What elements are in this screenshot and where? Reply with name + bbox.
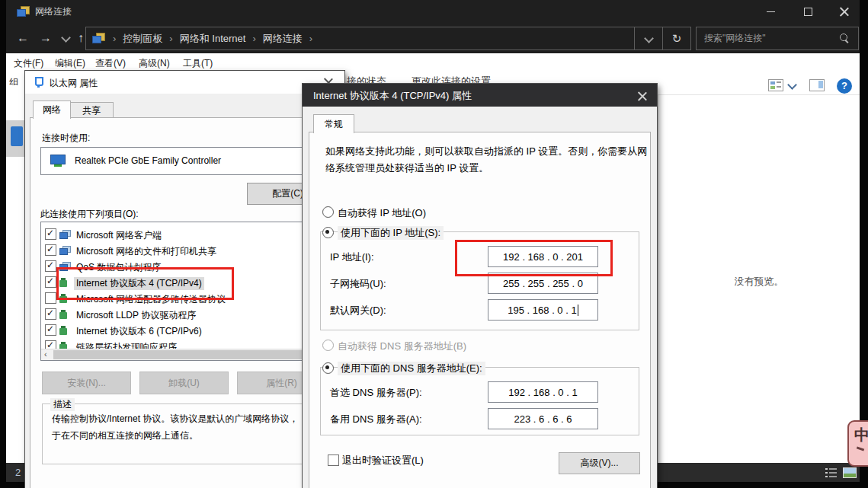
list-item[interactable]: Microsoft 网络的文件和打印机共享: [41, 243, 332, 259]
ime-language-label: 中: [854, 425, 868, 445]
ethernet-properties-dialog: 以太网 属性 网络 共享 连接时使用: Realtek PCIe GbE Fam…: [25, 71, 344, 488]
dialog-titlebar: 以太网 属性: [25, 71, 344, 94]
dialog-title: Internet 协议版本 4 (TCP/IPv4) 属性: [313, 89, 472, 103]
commandbar-change-settings-fragment[interactable]: 更改此连接的设置: [412, 75, 491, 84]
intro-line1: 如果网络支持此功能，则可以获取自动指派的 IP 设置。否则，你需要从网: [325, 145, 647, 158]
protocol-icon: [59, 328, 67, 335]
checkbox-icon[interactable]: [45, 260, 56, 272]
breadcrumb-separator-icon: [306, 33, 316, 44]
auto-dns-label: 自动获得 DNS 服务器地址(B): [338, 340, 466, 353]
tab-sharing[interactable]: 共享: [69, 102, 114, 119]
back-button[interactable]: ←: [17, 23, 29, 53]
dns-alternate-value: 223 . 6 . 6 . 6: [488, 409, 597, 429]
ime-badge[interactable]: 中: [847, 420, 868, 467]
intro-line2: 络系统管理员处获得适当的 IP 设置。: [325, 161, 488, 175]
chevron-down-icon: [644, 33, 654, 43]
search-input[interactable]: 搜索"网络连接": [696, 27, 859, 50]
search-icon[interactable]: [840, 33, 847, 41]
list-item[interactable]: Internet 协议版本 6 (TCP/IPv6): [41, 323, 332, 339]
subnet-mask-field[interactable]: 255 . 255 . 255 . 0: [488, 273, 598, 294]
preview-pane-icon[interactable]: [809, 79, 825, 91]
manual-ip-radio[interactable]: [322, 227, 334, 238]
auto-ip-radio[interactable]: [322, 206, 334, 218]
client-icon: [59, 230, 71, 239]
network-adapter-icon: [50, 155, 66, 167]
text-caret: [578, 305, 578, 316]
help-icon[interactable]: ?: [837, 78, 852, 94]
list-item[interactable]: QoS 数据包计划程序: [41, 259, 332, 275]
list-item[interactable]: Microsoft 网络适配器多路传送器协议: [41, 291, 332, 307]
thumbnail-view-icon[interactable]: [843, 467, 857, 478]
organize-fragment: 组: [9, 76, 19, 85]
checkbox-icon[interactable]: [45, 292, 56, 304]
manual-ip-label: 使用下面的 IP 地址(S):: [338, 226, 444, 240]
details-view-icon[interactable]: [825, 468, 837, 477]
list-item-label: Microsoft 网络的文件和打印机共享: [76, 245, 216, 258]
description-groupbox: 描述 传输控制协议/Internet 协议。该协议是默认的广域网络协议， 于在不…: [42, 403, 332, 464]
address-dropdown-button[interactable]: [634, 27, 662, 49]
breadcrumb-separator-icon: [165, 33, 176, 44]
maximize-button[interactable]: [793, 2, 823, 21]
list-item[interactable]: Microsoft 网络客户端: [41, 227, 332, 243]
commandbar-divider: [651, 94, 860, 95]
manual-dns-radio[interactable]: [322, 362, 334, 374]
address-location-icon: [92, 33, 104, 43]
tab-network[interactable]: 网络: [33, 100, 71, 119]
checkbox-icon[interactable]: [45, 276, 56, 288]
tab-general[interactable]: 常规: [313, 114, 354, 133]
close-button[interactable]: [829, 2, 860, 21]
connection-icon: [11, 126, 23, 146]
no-preview-text: 没有预览。: [658, 275, 860, 289]
install-button[interactable]: 安装(N)...: [42, 372, 131, 394]
list-item-label: Microsoft LLDP 协议驱动程序: [76, 309, 196, 322]
dns-primary-value: 192 . 168 . 0 . 1: [488, 382, 597, 402]
ime-mark-icon: [857, 446, 864, 451]
dns-alternate-field[interactable]: 223 . 6 . 6 . 6: [488, 408, 598, 429]
checkbox-icon[interactable]: [45, 244, 56, 256]
commandbar-view-status-fragment[interactable]: 接的状态: [347, 75, 386, 84]
auto-dns-radio[interactable]: [322, 340, 334, 351]
recent-locations-chevron-icon[interactable]: [61, 33, 71, 43]
breadcrumb-network-internet[interactable]: 网络和 Internet: [177, 32, 249, 46]
default-gateway-field[interactable]: 195 . 168 . 0 . 1: [488, 299, 598, 321]
refresh-button[interactable]: ↻: [662, 27, 690, 49]
network-connections-icon: [17, 6, 29, 17]
description-line2: 于在不同的相互连接的网络上通信。: [52, 429, 198, 442]
list-item-label: Internet 协议版本 4 (TCP/IPv4): [74, 277, 204, 290]
breadcrumb-network-connections[interactable]: 网络连接: [260, 32, 306, 46]
dns-primary-field[interactable]: 192 . 168 . 0 . 1: [488, 381, 598, 403]
protocol-list[interactable]: Microsoft 网络客户端 Microsoft 网络的文件和打印机共享 Qo…: [40, 222, 333, 361]
view-options-chevron-icon[interactable]: [787, 80, 797, 90]
dialog-close-button[interactable]: [635, 88, 650, 103]
change-view-icon[interactable]: [768, 79, 783, 91]
address-bar[interactable]: 控制面板 网络和 Internet 网络连接 ↻: [85, 27, 691, 50]
titlebar: 网络连接: [6, 0, 860, 23]
scrollbar-thumb[interactable]: [53, 350, 305, 359]
protocol-icon: [59, 296, 67, 303]
list-item[interactable]: Microsoft LLDP 协议驱动程序: [41, 307, 332, 323]
scroll-left-icon[interactable]: ‹: [44, 349, 47, 359]
checkbox-icon[interactable]: [45, 308, 56, 320]
item-count: 2: [15, 467, 21, 478]
uninstall-button[interactable]: 卸载(U): [139, 372, 229, 394]
up-button[interactable]: ↑: [78, 23, 84, 53]
screen: 网络连接 ← → ↑ 控制面板 网络和 Internet 网络连接: [0, 0, 868, 488]
maximize-icon: [804, 8, 812, 16]
list-item-label: Internet 协议版本 6 (TCP/IPv6): [76, 325, 202, 338]
connect-using-label: 连接时使用:: [42, 132, 90, 145]
ip-address-value: 192 . 168 . 0 . 201: [488, 247, 597, 266]
checkbox-icon[interactable]: [45, 228, 56, 240]
minimize-button[interactable]: [756, 2, 786, 21]
description-line1: 传输控制协议/Internet 协议。该协议是默认的广域网络协议，: [52, 413, 298, 426]
list-item-tcpipv4[interactable]: Internet 协议版本 4 (TCP/IPv4): [41, 275, 332, 291]
list-item-label: Microsoft 网络客户端: [76, 229, 162, 242]
tcpipv4-properties-dialog: Internet 协议版本 4 (TCP/IPv4) 属性 常规 如果网络支持此…: [303, 84, 657, 488]
checkbox-icon[interactable]: [45, 324, 56, 336]
horizontal-scrollbar[interactable]: ‹: [41, 349, 331, 360]
validate-settings-checkbox[interactable]: [328, 455, 339, 466]
forward-button[interactable]: →: [40, 23, 52, 53]
close-icon: [840, 7, 849, 16]
breadcrumb-control-panel[interactable]: 控制面板: [120, 32, 165, 46]
ip-address-field[interactable]: 192 . 168 . 0 . 201: [488, 246, 598, 267]
advanced-button[interactable]: 高级(V)...: [559, 452, 640, 474]
